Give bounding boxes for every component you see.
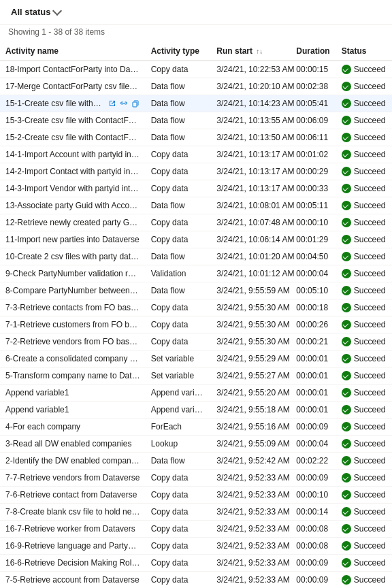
activity-name-text: 5-Transform company name to DataAreaId (5, 371, 140, 380)
activity-name-text: 7-2-Retrieve vendors from FO based on co… (5, 337, 140, 346)
cell-activity-name: 15-2-Create csv file with ContactForPart… (0, 129, 146, 146)
success-icon (342, 286, 351, 295)
cell-run-start: 3/24/21, 9:55:30 AM (211, 316, 291, 333)
col-header-duration[interactable]: Duration (291, 42, 336, 61)
cell-activity-name: 7-3-Retrieve contacts from FO based on c… (0, 299, 146, 316)
table-row[interactable]: 11-Import new parties into DataverseCopy… (0, 231, 392, 248)
table-row[interactable]: 13-Associate party Guid with Account n C… (0, 197, 392, 214)
table-row[interactable]: 16-9-Retrieve language and PartyType fro… (0, 538, 392, 555)
cell-duration: 00:02:38 (291, 78, 336, 95)
run-icon[interactable] (108, 99, 117, 108)
table-row[interactable]: 3-Read all DW enabled companiesLookup3/2… (0, 436, 392, 453)
activity-name-text: 16-9-Retrieve language and PartyType fro… (5, 541, 140, 551)
cell-status: Succeed (336, 436, 392, 453)
cell-duration: 00:00:08 (291, 538, 336, 555)
table-row[interactable]: 16-6-Retrieve Decision Making Role from … (0, 555, 392, 572)
item-count: Showing 1 - 38 of 38 items (0, 24, 392, 42)
status-text: Succeed (354, 456, 386, 466)
activity-name-text: 3-Read all DW enabled companies (5, 439, 131, 448)
copy-icon[interactable] (131, 99, 140, 108)
success-icon (342, 354, 351, 363)
activity-name-text: 7-7-Retrieve vendors from Dataverse (5, 473, 140, 483)
cell-activity-name: 7-7-Retrieve vendors from Dataverse (0, 470, 146, 487)
table-row[interactable]: 14-1-Import Account with partyid into Da… (0, 146, 392, 163)
cell-run-start: 3/24/21, 9:55:20 AM (211, 385, 291, 402)
cell-duration: 00:00:09 (291, 572, 336, 589)
cell-status: Succeed (336, 350, 392, 368)
cell-status: Succeed (336, 538, 392, 555)
table-row[interactable]: 10-Create 2 csv files with party data - … (0, 248, 392, 265)
table-row[interactable]: 7-6-Retrieve contact from DataverseCopy … (0, 487, 392, 504)
status-dropdown[interactable]: All status (8, 5, 63, 18)
activity-name-text: 10-Create 2 csv files with party data - … (5, 252, 140, 261)
cell-activity-type: Copy data (146, 521, 212, 538)
table-row[interactable]: 7-8-Create blank csv file to hold new pa… (0, 504, 392, 521)
cell-activity-type: Data flow (146, 129, 212, 146)
table-row[interactable]: 8-Compare PartyNumber between FO and Dat… (0, 282, 392, 299)
table-row[interactable]: 14-3-Import Vendor with partyid into Dat… (0, 180, 392, 197)
table-row[interactable]: 17-Merge ContactForParty csv files into … (0, 78, 392, 95)
table-row[interactable]: 5-Transform company name to DataAreaIdSe… (0, 368, 392, 385)
status-text: Succeed (354, 473, 386, 483)
success-icon (342, 167, 351, 176)
table-row[interactable]: 15-3-Create csv file with ContactForPart… (0, 112, 392, 129)
cell-duration: 00:00:09 (291, 419, 336, 436)
activity-table: Activity name Activity type Run start ↑↓… (0, 42, 392, 588)
table-row[interactable]: 7-3-Retrieve contacts from FO based on c… (0, 299, 392, 316)
cell-activity-name: 7-1-Retrieve customers from FO based on … (0, 316, 146, 333)
table-row[interactable]: 6-Create a consolidated company filterSe… (0, 350, 392, 368)
table-row[interactable]: 7-1-Retrieve customers from FO based on … (0, 316, 392, 333)
table-row[interactable]: 15-1-Create csv file with Cont...Data fl… (0, 95, 392, 112)
cell-activity-name: 14-2-Import Contact with partyid into Da… (0, 163, 146, 180)
table-row[interactable]: 4-For each companyForEach3/24/21, 9:55:1… (0, 419, 392, 436)
cell-status: Succeed (336, 504, 392, 521)
cell-status: Succeed (336, 214, 392, 231)
table-row[interactable]: 9-Check PartyNumber validation resultsVa… (0, 265, 392, 282)
cell-duration: 00:00:08 (291, 521, 336, 538)
cell-run-start: 3/24/21, 10:20:10 AM (211, 78, 291, 95)
table-row[interactable]: Append variable1Append variable3/24/21, … (0, 402, 392, 419)
table-row[interactable]: 7-2-Retrieve vendors from FO based on co… (0, 333, 392, 350)
cell-activity-type: Data flow (146, 282, 212, 299)
cell-activity-name: 14-3-Import Vendor with partyid into Dat… (0, 180, 146, 197)
col-header-activity-type[interactable]: Activity type (146, 42, 212, 61)
cell-duration: 00:00:04 (291, 436, 336, 453)
activity-name-text: 14-3-Import Vendor with partyid into Dat… (5, 184, 140, 193)
status-text: Succeed (354, 235, 386, 244)
success-icon (342, 558, 351, 568)
table-row[interactable]: Append variable1Append variable3/24/21, … (0, 385, 392, 402)
status-text: Succeed (354, 184, 386, 193)
col-header-status[interactable]: Status (336, 42, 392, 61)
cell-run-start: 3/24/21, 9:52:42 AM (211, 453, 291, 470)
col-header-run-start[interactable]: Run start ↑↓ (211, 42, 291, 61)
cell-status: Succeed (336, 521, 392, 538)
success-icon (342, 252, 351, 261)
status-text: Succeed (354, 82, 386, 91)
col-header-activity-name[interactable]: Activity name (0, 42, 146, 61)
activity-name-text: 7-5-Retrieve account from Dataverse (5, 575, 140, 585)
activity-name-text: 7-1-Retrieve customers from FO based on … (5, 320, 140, 329)
table-row[interactable]: 12-Retrieve newly created party Guid fro… (0, 214, 392, 231)
cell-activity-type: Copy data (146, 487, 212, 504)
table-row[interactable]: 18-Import ContactForParty into Dataverse… (0, 61, 392, 78)
top-bar: All status (0, 0, 392, 24)
table-row[interactable]: 7-5-Retrieve account from DataverseCopy … (0, 572, 392, 589)
table-row[interactable]: 15-2-Create csv file with ContactForPart… (0, 129, 392, 146)
table-row[interactable]: 7-7-Retrieve vendors from DataverseCopy … (0, 470, 392, 487)
cell-status: Succeed (336, 316, 392, 333)
cell-activity-type: Copy data (146, 231, 212, 248)
success-icon (342, 371, 351, 380)
cell-activity-type: Data flow (146, 197, 212, 214)
cell-activity-name: 18-Import ContactForParty into Dataverse (0, 61, 146, 78)
status-text: Succeed (354, 252, 386, 261)
table-row[interactable]: 16-7-Retrieve worker from DataversCopy d… (0, 521, 392, 538)
cell-duration: 00:01:02 (291, 146, 336, 163)
cell-run-start: 3/24/21, 9:52:33 AM (211, 555, 291, 572)
table-row[interactable]: 2-Identify the DW enabled companiesData … (0, 453, 392, 470)
link-icon[interactable] (119, 99, 129, 108)
table-row[interactable]: 14-2-Import Contact with partyid into Da… (0, 163, 392, 180)
cell-run-start: 3/24/21, 10:13:17 AM (211, 180, 291, 197)
status-text: Succeed (354, 201, 386, 210)
status-text: Succeed (354, 507, 386, 517)
success-icon (342, 99, 351, 108)
